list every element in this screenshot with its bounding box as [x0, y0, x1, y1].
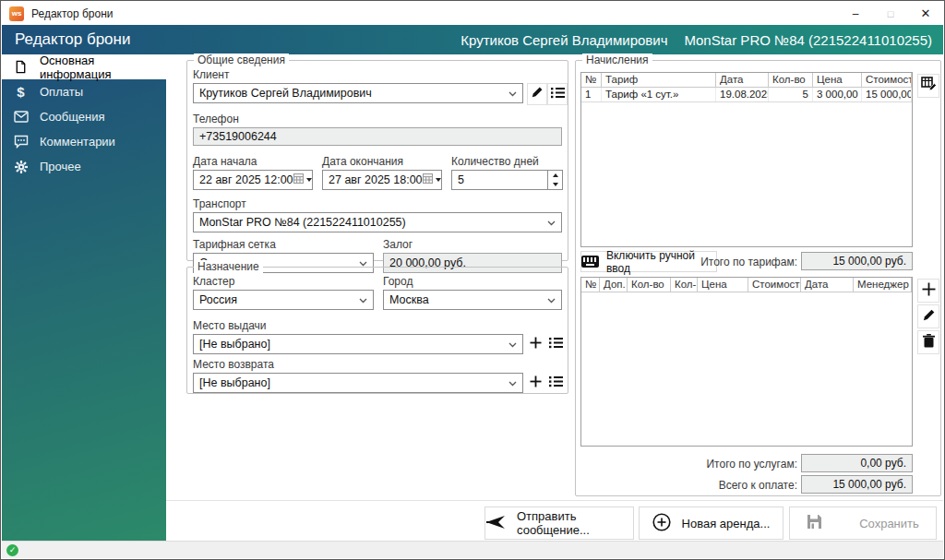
pickup-place-list-button[interactable] — [547, 334, 564, 354]
add-service-button[interactable] — [917, 279, 939, 303]
transport-value: MonStar PRO №84 (221522411010255) — [199, 216, 406, 229]
grand-total-value: 15 000,00 руб. — [832, 478, 906, 491]
sidebar-item-messages[interactable]: Сообщения — [2, 104, 166, 129]
table-row[interactable]: 1 Тариф «1 сут.» 19.08.2025 5 3 000,00 1… — [581, 88, 912, 102]
dropdown-arrow-icon — [436, 178, 441, 182]
column-header[interactable]: Кол-во — [628, 278, 671, 292]
column-header[interactable]: Кол-во — [769, 73, 813, 87]
services-total-value: 0,00 руб. — [860, 457, 906, 470]
sidebar-item-other[interactable]: Прочее — [2, 154, 166, 179]
column-header[interactable]: Менеджер — [854, 278, 912, 292]
pencil-icon — [531, 86, 544, 102]
list-icon — [549, 336, 563, 352]
days-count-stepper[interactable]: 5 — [451, 170, 563, 190]
sidebar-item-label: Оплаты — [40, 85, 83, 99]
chevron-down-icon — [505, 376, 517, 389]
sidebar-item-label: Сообщения — [40, 110, 105, 124]
start-date-picker[interactable]: 22 авг 2025 12:00 — [193, 170, 313, 190]
column-header[interactable]: № — [581, 73, 602, 87]
chevron-down-icon — [544, 216, 556, 229]
phone-value: +73519006244 — [199, 130, 277, 143]
main-content: Общие сведения Клиент Крутиков Сергей Вл… — [166, 54, 943, 542]
status-bar: ✓ — [2, 541, 943, 558]
group-title: Общие сведения — [194, 54, 289, 66]
phone-label: Телефон — [193, 113, 239, 125]
sidebar-item-payments[interactable]: $ Оплаты — [2, 79, 166, 104]
end-date-label: Дата окончания — [322, 155, 403, 168]
tariff-total-label: Итого по тарифам: — [696, 256, 797, 268]
grand-total-field: 15 000,00 руб. — [801, 475, 913, 494]
column-header[interactable]: Дата — [716, 73, 769, 87]
maximize-button[interactable]: □ — [873, 2, 908, 25]
keyboard-icon — [581, 256, 599, 268]
pickup-place-combobox[interactable]: [Не выбрано] — [193, 334, 523, 354]
column-header[interactable]: Цена — [813, 73, 862, 87]
city-combobox[interactable]: Москва — [383, 290, 562, 310]
city-value: Москва — [389, 293, 429, 306]
start-date-label: Дата начала — [193, 155, 257, 168]
days-count-label: Количество дней — [451, 155, 539, 168]
column-header[interactable]: Цена — [698, 278, 748, 292]
calendar-icon — [423, 173, 433, 186]
window-title: Редактор брони — [31, 7, 114, 20]
return-place-list-button[interactable] — [547, 373, 564, 393]
column-header[interactable]: Доп. — [600, 278, 628, 292]
grand-total-label: Всего к оплате: — [687, 479, 797, 492]
pencil-icon — [922, 308, 936, 326]
save-button[interactable]: Сохранить — [789, 506, 937, 540]
stepper-down-button[interactable] — [548, 180, 562, 189]
column-header[interactable]: Дата — [801, 278, 854, 292]
add-return-place-button[interactable] — [527, 373, 544, 393]
column-header[interactable]: Кол- — [671, 278, 698, 292]
cell-date: 19.08.2025 — [716, 88, 769, 101]
edit-service-button[interactable] — [917, 304, 939, 328]
column-header[interactable]: Стоимость — [862, 73, 912, 87]
tariff-table[interactable]: № Тариф Дата Кол-во Цена Стоимость 1 Тар… — [580, 72, 913, 247]
save-icon — [807, 514, 822, 532]
new-rental-label: Новая аренда... — [682, 517, 771, 530]
edit-tariff-table-button[interactable] — [917, 74, 939, 98]
table-edit-icon — [921, 77, 937, 95]
group-title: Назначение — [194, 260, 263, 273]
circle-plus-icon — [652, 513, 671, 534]
close-button[interactable]: ✕ — [908, 2, 943, 25]
services-total-label: Итого по услугам: — [687, 458, 797, 471]
edit-client-button[interactable] — [527, 83, 547, 105]
cell-cost: 15 000,00 — [862, 88, 912, 101]
sidebar-item-main-info[interactable]: Основная информация — [2, 54, 166, 79]
transport-label: Транспорт — [193, 197, 246, 210]
send-message-button[interactable]: Отправить сообщение... — [484, 506, 634, 540]
plus-icon — [530, 375, 542, 391]
minimize-button[interactable]: – — [838, 2, 873, 25]
client-combobox[interactable]: Крутиков Сергей Владимирович — [193, 83, 523, 103]
new-rental-button[interactable]: Новая аренда... — [639, 506, 784, 540]
destination-group: Назначение Кластер Город Россия Москва М… — [186, 267, 568, 394]
client-list-button[interactable] — [547, 83, 568, 105]
column-header[interactable]: Стоимость — [748, 278, 801, 292]
return-place-combobox[interactable]: [Не выбрано] — [193, 373, 523, 393]
cluster-combobox[interactable]: Россия — [193, 290, 374, 310]
sidebar: Основная информация $ Оплаты Сообщения К… — [2, 54, 166, 543]
add-pickup-place-button[interactable] — [527, 334, 544, 354]
stepper-up-button[interactable] — [548, 171, 562, 180]
column-header[interactable]: № — [581, 278, 600, 292]
gear-icon — [13, 159, 29, 174]
delete-service-button[interactable] — [917, 330, 939, 354]
chevron-down-icon — [505, 338, 517, 351]
send-message-label: Отправить сообщение... — [517, 509, 633, 537]
save-button-label: Сохранить — [859, 517, 919, 530]
calendar-icon — [293, 173, 304, 186]
tariff-total-field: 15 000,00 руб. — [801, 252, 913, 270]
editor-header: Редактор брони Крутиков Сергей Владимиро… — [2, 25, 943, 54]
services-table[interactable]: № Доп. Кол-во Кол- Цена Стоимость Дата М… — [580, 277, 913, 447]
services-total-field: 0,00 руб. — [801, 454, 913, 472]
end-date-value: 27 авг 2025 18:00 — [329, 173, 423, 186]
pickup-place-value: [Не выбрано] — [199, 338, 270, 351]
group-title: Начисления — [582, 54, 652, 66]
transport-combobox[interactable]: MonStar PRO №84 (221522411010255) — [193, 212, 562, 232]
sidebar-item-comments[interactable]: Комментарии — [2, 129, 166, 154]
client-label: Клиент — [193, 68, 230, 81]
end-date-picker[interactable]: 27 авг 2025 18:00 — [322, 170, 442, 190]
chevron-down-icon — [544, 293, 556, 306]
column-header[interactable]: Тариф — [602, 73, 716, 87]
